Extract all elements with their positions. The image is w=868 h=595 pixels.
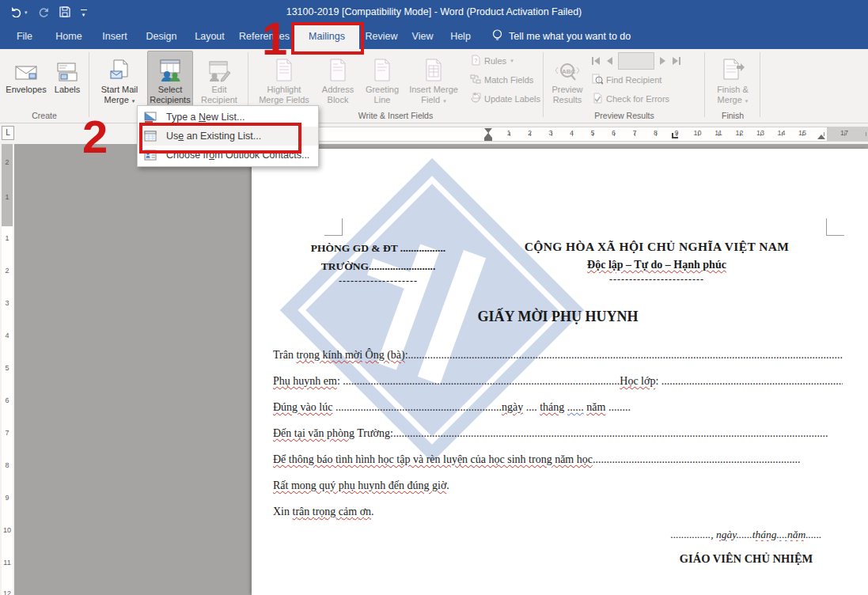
tab-view[interactable]: View (404, 24, 442, 49)
horizontal-ruler: 1 2 3 4 5 6 7 8 9 10 11 12 13 14 15 17 (252, 127, 868, 142)
document-canvas: 2 1 1 2 3 4 5 6 7 8 9 10 11 12 (0, 144, 868, 595)
body-line: Phụ huynh em: ..........................… (273, 368, 843, 394)
body-line: Xin trân trọng cảm ơn. (273, 498, 843, 525)
address-block-button: Address Block (316, 51, 359, 119)
insert-merge-field-icon (423, 54, 444, 82)
repeat-icon (38, 7, 49, 17)
header-motto: Độc lập – Tự do – Hạnh phúc (478, 256, 836, 274)
tab-review[interactable]: Review (359, 24, 404, 49)
header-national-title: CỘNG HÒA XÃ HỘI CHỦ NGHĨA VIỆT NAM (478, 237, 836, 256)
tab-layout[interactable]: Layout (185, 24, 234, 49)
word-window: 2 1 1 2 3 4 5 6 7 8 9 10 11 12 (0, 0, 868, 595)
rules-button: ? Rules ▾ (470, 52, 514, 70)
body-line: Để thông báo tình hình học tập và rèn lu… (273, 446, 843, 472)
preview-results-button: ABC Preview Results (548, 51, 587, 119)
select-recipients-icon (158, 54, 182, 82)
labels-icon (56, 54, 78, 82)
first-record-icon (592, 57, 601, 65)
labels-button[interactable]: Labels (49, 51, 85, 119)
margin-crop-mark-right (826, 218, 844, 236)
annotation-box-mailings (291, 22, 364, 55)
ruler-band: L 1 2 3 4 5 6 7 8 9 10 11 12 13 14 15 17 (0, 123, 868, 144)
annotation-step-1: 1 (262, 17, 287, 60)
left-indent-marker[interactable] (484, 138, 492, 141)
undo-icon (11, 7, 23, 17)
repeat-button[interactable] (38, 7, 49, 17)
vertical-ruler-body: 1 2 3 4 5 6 7 8 9 10 11 12 (2, 226, 13, 595)
document-body: Trân trọng kính mời Ông (bà):...........… (273, 342, 843, 525)
update-labels-icon (470, 93, 481, 105)
greeting-line-icon (372, 54, 392, 82)
date-line: ..............., ngày......tháng....năm.… (647, 529, 845, 541)
quick-access-toolbar: ▾ ▾ (11, 0, 87, 24)
tell-me-box[interactable]: Tell me what you want to do (492, 24, 631, 49)
update-labels-button: Update Labels (470, 90, 540, 108)
ribbon-tab-row: File Home Insert Design Layout Reference… (0, 24, 868, 49)
dropdown-caret-icon: ▾ (510, 58, 514, 64)
qat-customize-icon (81, 9, 87, 10)
record-navigation (592, 52, 680, 70)
signature-title: GIÁO VIÊN CHỦ NHIỆM (647, 552, 845, 566)
start-mail-merge-icon (108, 54, 131, 82)
margin-crop-mark-left (324, 218, 343, 236)
tab-file[interactable]: File (3, 24, 46, 49)
header-office-line: PHÒNG GD & ĐT ................. (273, 239, 483, 257)
annotation-step-2: 2 (82, 116, 108, 158)
document-header-left: PHÒNG GD & ĐT ................. TRƯỜNG..… (273, 239, 483, 286)
body-line: Đến tại văn phòng Trường:...............… (273, 420, 843, 446)
undo-caret-icon: ▾ (25, 9, 28, 15)
header-left-divider: -------------------- (273, 275, 483, 286)
edit-recipient-list-icon (207, 54, 231, 82)
find-recipient-icon (592, 74, 603, 86)
document-header-right: CỘNG HÒA XÃ HỘI CHỦ NGHĨA VIỆT NAM Độc l… (478, 237, 836, 285)
ribbon-mailings: Envelopes Labels Create Start Mail Merge… (0, 49, 868, 123)
record-number-box (618, 52, 654, 70)
document-title: GIẤY MỜI PHỤ HUYNH (273, 309, 843, 325)
body-line: Đúng vào lúc ...........................… (273, 394, 843, 420)
right-indent-marker[interactable] (817, 135, 825, 139)
next-record-icon (660, 57, 666, 65)
body-line: Trân trọng kính mời Ông (bà):...........… (273, 342, 843, 368)
vertical-ruler: 2 1 1 2 3 4 5 6 7 8 9 10 11 12 (0, 144, 14, 595)
rules-icon: ? (470, 55, 481, 67)
tab-design[interactable]: Design (138, 24, 185, 49)
check-for-errors-icon (592, 93, 603, 105)
document-page[interactable]: PHÒNG GD & ĐT ................. TRƯỜNG..… (252, 149, 868, 595)
last-record-icon (672, 57, 680, 65)
finish-merge-icon (720, 54, 745, 82)
preview-results-icon: ABC (555, 54, 580, 82)
header-right-divider: ------------------------ (478, 274, 836, 285)
svg-text:?: ? (474, 57, 478, 64)
vertical-ruler-margin: 2 1 (2, 144, 13, 226)
previous-record-icon (606, 57, 612, 65)
finish-merge-button: Finish & Merge ▾ (711, 51, 755, 119)
tab-insert[interactable]: Insert (92, 24, 138, 49)
envelope-icon (14, 54, 38, 82)
qat-customize-button[interactable]: ▾ (81, 9, 87, 17)
lightbulb-icon (492, 29, 502, 44)
annotation-box-use-existing-list (139, 123, 301, 153)
body-line: Rất mong quý phụ huynh đến đúng giờ. (273, 472, 843, 498)
svg-text:ABC: ABC (562, 68, 576, 75)
check-for-errors-button: Check for Errors (592, 90, 669, 108)
envelopes-button[interactable]: Envelopes (5, 51, 47, 119)
find-recipient-button: Find Recipient (592, 71, 661, 89)
header-school-line: TRƯỜNG......................... (273, 257, 483, 275)
type-new-list-icon (143, 111, 157, 123)
address-block-icon (328, 54, 348, 82)
group-label-finish: Finish (706, 111, 760, 120)
insert-merge-field-button: Insert Merge Field ▾ (405, 51, 462, 119)
save-button[interactable] (59, 6, 70, 17)
undo-button[interactable]: ▾ (11, 7, 28, 17)
match-fields-button: Match Fields (470, 71, 533, 89)
tab-stop-marker[interactable] (672, 133, 678, 138)
greeting-line-button: Greeting Line (361, 51, 404, 119)
dropdown-caret-icon: ▾ (745, 98, 749, 104)
title-bar: 13100-2019 [Compatibility Mode] - Word (… (0, 0, 868, 24)
tab-home[interactable]: Home (46, 24, 92, 49)
tab-help[interactable]: Help (442, 24, 479, 49)
group-label-create: Create (0, 111, 89, 120)
window-title: 13100-2019 [Compatibility Mode] - Word (… (0, 0, 868, 24)
tab-selector[interactable]: L (2, 126, 14, 140)
dropdown-caret-icon: ▾ (132, 98, 135, 104)
